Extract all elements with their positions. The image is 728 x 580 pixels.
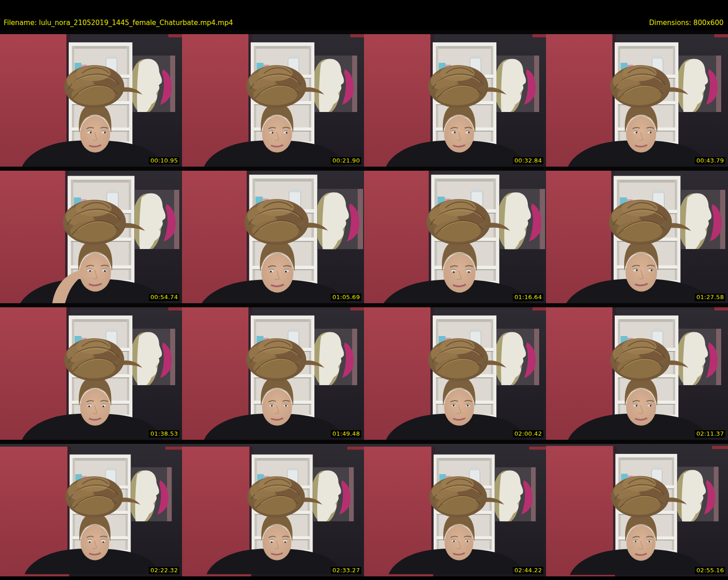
art-print bbox=[132, 190, 179, 251]
video-frame-scene bbox=[0, 167, 182, 303]
art-print bbox=[497, 189, 545, 251]
art-print bbox=[315, 189, 363, 251]
top-bar bbox=[364, 167, 546, 171]
video-frame-scene bbox=[546, 167, 728, 303]
timestamp-badge: 01:05.69 bbox=[331, 294, 361, 301]
red-wall-sliver bbox=[529, 447, 546, 450]
timestamp-badge: 02:00.42 bbox=[513, 430, 543, 438]
art-print bbox=[676, 329, 721, 387]
thumbnail-frame[interactable]: 01:27.58 bbox=[546, 167, 728, 303]
red-wall-sliver bbox=[532, 307, 546, 310]
thumbnail-frame[interactable]: 02:11.37 bbox=[546, 303, 728, 440]
art-print bbox=[311, 467, 354, 523]
timestamp-badge: 00:43.79 bbox=[695, 157, 725, 164]
top-bar bbox=[182, 440, 364, 444]
filename-label: Filename: lulu_nora_21052019_1445_female… bbox=[4, 19, 233, 27]
art-print bbox=[129, 467, 172, 523]
video-frame-scene bbox=[0, 30, 182, 167]
timestamp-badge: 02:22.32 bbox=[149, 567, 179, 574]
thumbnail-frame[interactable]: 00:32.84 bbox=[364, 30, 546, 167]
video-frame-scene bbox=[364, 167, 546, 303]
top-bar bbox=[0, 30, 182, 34]
timestamp-badge: 00:32.84 bbox=[513, 157, 543, 164]
thumbnail-frame[interactable]: 02:00.42 bbox=[364, 303, 546, 440]
video-frame-scene bbox=[364, 303, 546, 440]
timestamp-badge: 02:55.16 bbox=[695, 567, 725, 574]
top-bar bbox=[546, 303, 728, 307]
top-bar bbox=[546, 440, 728, 444]
video-frame-scene bbox=[364, 440, 546, 576]
video-frame-scene bbox=[182, 30, 364, 167]
timestamp-badge: 01:16.64 bbox=[513, 294, 543, 301]
thumbnail-frame[interactable]: 01:05.69 bbox=[182, 167, 364, 303]
thumbnail-grid: 00:10.95 bbox=[0, 30, 728, 576]
art-print bbox=[494, 329, 539, 387]
video-frame-scene bbox=[546, 440, 728, 576]
video-frame-scene bbox=[546, 30, 728, 167]
thumbnail-frame[interactable]: 01:16.64 bbox=[364, 167, 546, 303]
thumbnail-frame[interactable]: 02:55.16 bbox=[546, 440, 728, 576]
red-wall-sliver bbox=[714, 34, 728, 37]
timestamp-badge: 01:49.48 bbox=[331, 430, 361, 438]
metadata-header: Filename: lulu_nora_21052019_1445_female… bbox=[0, 0, 728, 30]
art-print bbox=[678, 190, 725, 251]
art-print bbox=[493, 467, 536, 523]
timestamp-badge: 02:44.22 bbox=[513, 567, 543, 574]
thumbnail-frame[interactable]: 00:54.74 bbox=[0, 167, 182, 303]
red-wall-sliver bbox=[712, 446, 728, 449]
red-wall-sliver bbox=[714, 307, 728, 310]
thumbnail-frame[interactable]: 01:38.53 bbox=[0, 303, 182, 440]
top-bar bbox=[364, 30, 546, 34]
timestamp-badge: 00:54.74 bbox=[149, 294, 179, 301]
video-frame-scene bbox=[182, 167, 364, 303]
timestamp-badge: 01:38.53 bbox=[149, 430, 179, 438]
top-bar bbox=[364, 440, 546, 444]
thumbnail-frame[interactable]: 02:33.27 bbox=[182, 440, 364, 576]
art-print bbox=[676, 56, 721, 114]
top-bar bbox=[0, 440, 182, 444]
thumbnail-frame[interactable]: 02:44.22 bbox=[364, 440, 546, 576]
art-print bbox=[312, 329, 357, 387]
red-wall-sliver bbox=[168, 307, 182, 310]
art-print bbox=[675, 467, 718, 523]
red-wall-sliver bbox=[350, 34, 364, 37]
thumbnail-frame[interactable]: 02:22.32 bbox=[0, 440, 182, 576]
top-bar bbox=[364, 303, 546, 307]
top-bar bbox=[546, 30, 728, 34]
red-wall-sliver bbox=[347, 447, 364, 450]
thumbnail-frame[interactable]: 00:21.90 bbox=[182, 30, 364, 167]
video-frame-scene bbox=[0, 440, 182, 576]
video-frame-scene bbox=[0, 303, 182, 440]
red-wall-sliver bbox=[532, 34, 546, 37]
thumbnail-frame[interactable]: 01:49.48 bbox=[182, 303, 364, 440]
red-wall-sliver bbox=[350, 307, 364, 310]
timestamp-badge: 01:27.58 bbox=[695, 294, 725, 301]
top-bar bbox=[182, 167, 364, 171]
red-wall-sliver bbox=[168, 34, 182, 37]
art-print bbox=[494, 56, 539, 114]
video-frame-scene bbox=[364, 30, 546, 167]
top-bar bbox=[0, 167, 182, 171]
top-bar bbox=[546, 167, 728, 171]
top-bar bbox=[0, 303, 182, 307]
thumbnail-frame[interactable]: 00:10.95 bbox=[0, 30, 182, 167]
top-bar bbox=[182, 303, 364, 307]
art-print bbox=[312, 56, 357, 114]
contact-sheet: Filename: lulu_nora_21052019_1445_female… bbox=[0, 0, 728, 580]
art-print bbox=[130, 56, 175, 114]
timestamp-badge: 00:10.95 bbox=[149, 157, 179, 164]
timestamp-badge: 02:33.27 bbox=[331, 567, 361, 574]
timestamp-badge: 02:11.37 bbox=[695, 430, 725, 438]
video-frame-scene bbox=[546, 303, 728, 440]
video-frame-scene bbox=[182, 440, 364, 576]
timestamp-badge: 00:21.90 bbox=[331, 157, 361, 164]
video-frame-scene bbox=[182, 303, 364, 440]
red-wall-sliver bbox=[165, 447, 182, 450]
dimensions-label: Dimensions: 800x600 bbox=[632, 19, 723, 27]
top-bar bbox=[182, 30, 364, 34]
art-print bbox=[130, 329, 175, 387]
thumbnail-frame[interactable]: 00:43.79 bbox=[546, 30, 728, 167]
